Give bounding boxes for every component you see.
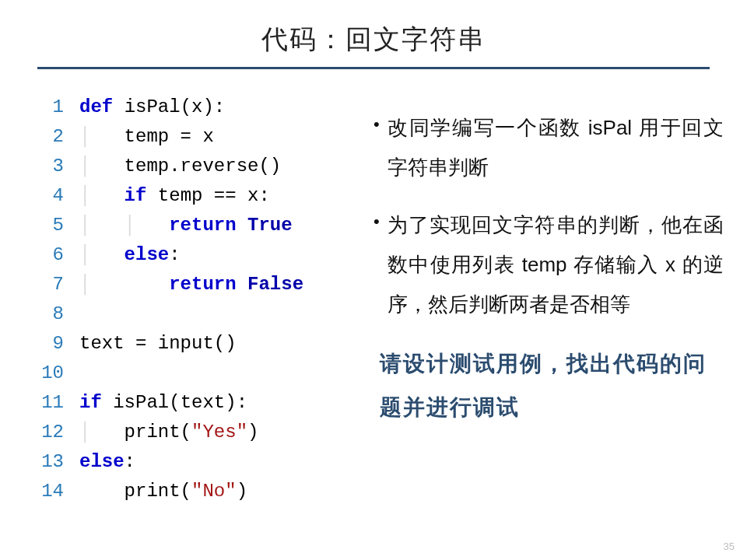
- line-number: 5: [31, 211, 79, 240]
- code-text: print("No"): [79, 477, 247, 506]
- code-line: 14 print("No"): [31, 477, 366, 506]
- code-text: │ temp.reverse(): [79, 152, 281, 181]
- code-line: 10: [31, 359, 366, 388]
- code-line: 9text = input(): [31, 329, 366, 359]
- code-line: 7│ return False: [31, 270, 366, 299]
- line-number: 4: [31, 181, 79, 211]
- bullet-item: 为了实现回文字符串的判断，他在函数中使用列表 temp 存储输入 x 的逆序，然…: [374, 205, 724, 324]
- code-text: │ │ return True: [79, 211, 293, 240]
- line-number: 9: [31, 329, 79, 359]
- line-number: 11: [31, 388, 79, 418]
- line-number: 14: [31, 477, 79, 506]
- code-text: if isPal(text):: [79, 388, 247, 418]
- line-number: 2: [31, 122, 79, 152]
- code-text: │ temp = x: [79, 122, 214, 152]
- code-text: │ else:: [79, 240, 181, 270]
- slide: 代码：回文字符串 1def isPal(x):2│ temp = x3│ tem…: [0, 0, 747, 560]
- line-number: 13: [31, 447, 79, 477]
- text-column: 改同学编写一个函数 isPal 用于回文字符串判断为了实现回文字符串的判断，他在…: [374, 93, 724, 506]
- slide-title: 代码：回文字符串: [0, 0, 747, 67]
- code-line: 4│ if temp == x:: [31, 181, 366, 211]
- code-text: │ if temp == x:: [79, 181, 270, 211]
- code-line: 8: [31, 299, 366, 329]
- code-block: 1def isPal(x):2│ temp = x3│ temp.reverse…: [31, 93, 366, 506]
- code-line: 11if isPal(text):: [31, 388, 366, 418]
- code-text: text = input(): [79, 329, 237, 359]
- code-line: 3│ temp.reverse(): [31, 152, 366, 181]
- page-number: 35: [724, 541, 735, 552]
- bullet-list: 改同学编写一个函数 isPal 用于回文字符串判断为了实现回文字符串的判断，他在…: [374, 108, 724, 324]
- line-number: 7: [31, 270, 79, 299]
- bullet-item: 改同学编写一个函数 isPal 用于回文字符串判断: [374, 108, 724, 187]
- code-text: def isPal(x):: [79, 93, 225, 122]
- code-text: else:: [79, 447, 135, 477]
- content-row: 1def isPal(x):2│ temp = x3│ temp.reverse…: [0, 69, 747, 506]
- line-number: 8: [31, 299, 79, 329]
- code-line: 2│ temp = x: [31, 122, 366, 152]
- code-line: 12│ print("Yes"): [31, 418, 366, 447]
- code-line: 6│ else:: [31, 240, 366, 270]
- code-line: 5│ │ return True: [31, 211, 366, 240]
- code-text: │ return False: [79, 270, 303, 299]
- code-line: 13else:: [31, 447, 366, 477]
- line-number: 3: [31, 152, 79, 181]
- code-column: 1def isPal(x):2│ temp = x3│ temp.reverse…: [31, 93, 366, 506]
- emphasis-text: 请设计测试用例，找出代码的问题并进行调试: [374, 342, 724, 429]
- line-number: 10: [31, 359, 79, 388]
- code-line: 1def isPal(x):: [31, 93, 366, 122]
- line-number: 6: [31, 240, 79, 270]
- line-number: 12: [31, 418, 79, 447]
- line-number: 1: [31, 93, 79, 122]
- code-text: │ print("Yes"): [79, 418, 258, 447]
